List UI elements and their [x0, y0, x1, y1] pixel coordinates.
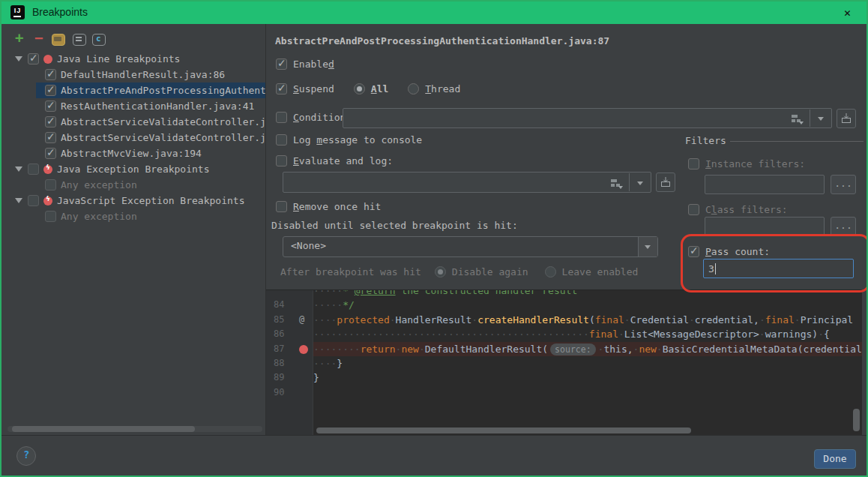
tree-item-checkbox[interactable]	[45, 116, 56, 128]
leave-enabled-label[interactable]: Leave enabled	[562, 266, 639, 278]
history-dropdown-icon[interactable]	[818, 117, 824, 121]
evaluate-expand-button[interactable]	[656, 172, 675, 192]
code-line	[313, 386, 862, 400]
tree-item-label[interactable]: AbstractMvcView.java:194	[61, 148, 202, 159]
window-title: Breakpoints	[32, 6, 88, 18]
tree-group-checkbox[interactable]	[28, 164, 39, 175]
evaluate-input[interactable]	[283, 172, 606, 192]
instance-filters-input[interactable]	[705, 176, 824, 194]
suspend-all-radio[interactable]	[354, 83, 365, 94]
class-filters-input[interactable]	[705, 218, 824, 236]
add-breakpoint-button[interactable]	[13, 32, 28, 46]
code-line: }	[313, 370, 862, 385]
breakpoint-icon[interactable]	[299, 345, 308, 354]
condition-checkbox[interactable]	[276, 112, 287, 123]
tree-item-label[interactable]: AbstractServiceValidateController.java:	[61, 116, 265, 128]
tree-group-label[interactable]: Java Line Breakpoints	[57, 53, 180, 64]
pass-count-label[interactable]: Pass count:	[705, 246, 770, 257]
instance-filters-fieldbox	[705, 175, 825, 194]
tree-item[interactable]: RestAuthenticationHandler.java:41	[3, 98, 265, 114]
titlebar[interactable]: IJ Breakpoints	[1, 2, 867, 24]
condition-expand-button[interactable]	[837, 109, 856, 128]
remove-breakpoint-button[interactable]	[33, 32, 48, 46]
tree-group-checkbox[interactable]	[28, 53, 39, 64]
tree-item[interactable]: Any exception	[3, 208, 265, 224]
tree-item-checkbox[interactable]	[45, 85, 56, 96]
tree-item-label[interactable]: DefaultHandlerResult.java:86	[61, 69, 225, 80]
suspend-all-label[interactable]: All	[371, 83, 388, 94]
leave-enabled-radio[interactable]	[545, 266, 556, 278]
tree-item-checkbox[interactable]	[45, 179, 56, 190]
expander-icon[interactable]	[15, 166, 22, 172]
done-button[interactable]: Done	[814, 449, 856, 469]
tree-item-label[interactable]: AbstractServiceValidateController.java:	[61, 132, 265, 143]
tree-item[interactable]: Any exception	[3, 177, 265, 193]
editor-vscrollbar-thumb[interactable]	[853, 409, 860, 431]
tree-group-js-exception[interactable]: JavaScript Exception Breakpoints	[3, 193, 265, 208]
tree-item-label[interactable]: Any exception	[61, 211, 137, 222]
condition-input[interactable]	[343, 109, 786, 128]
group-by-file-structure-icon[interactable]	[52, 34, 65, 46]
class-filters-checkbox[interactable]	[688, 204, 699, 215]
enabled-checkbox[interactable]	[276, 58, 287, 70]
remove-once-checkbox[interactable]	[276, 201, 287, 212]
condition-row: Condition:	[276, 112, 352, 123]
group-by-file-icon[interactable]	[73, 34, 86, 46]
class-filters-label[interactable]: Class filters:	[705, 204, 788, 215]
suspend-label[interactable]: Suspend	[293, 83, 334, 94]
insert-code-fragment-icon[interactable]	[610, 177, 622, 189]
code-line: ····protected·HandlerResult·createHandle…	[313, 313, 862, 327]
tree-group-label[interactable]: Java Exception Breakpoints	[57, 164, 210, 175]
dialog-footer: Done	[1, 435, 867, 477]
disable-again-radio[interactable]	[435, 266, 446, 278]
insert-code-fragment-icon[interactable]	[791, 112, 803, 124]
tree-item-checkbox[interactable]	[45, 100, 56, 112]
tree-item-checkbox[interactable]	[45, 148, 56, 159]
tree-item-label[interactable]: Any exception	[61, 179, 137, 190]
expander-icon[interactable]	[15, 56, 22, 62]
disabled-until-combobox[interactable]: <None>	[283, 236, 658, 257]
tree-item-checkbox[interactable]	[45, 69, 56, 80]
evaluate-fieldbox	[283, 172, 651, 193]
disable-again-label[interactable]: Disable again	[452, 266, 528, 278]
suspend-thread-radio[interactable]	[408, 83, 419, 94]
line-breakpoint-icon	[43, 55, 52, 64]
editor-hscrollbar-thumb[interactable]	[316, 428, 691, 434]
tree-group-checkbox[interactable]	[28, 195, 39, 206]
combobox-arrow[interactable]	[638, 237, 657, 256]
tree-item-label[interactable]: RestAuthenticationHandler.java:41	[61, 100, 254, 112]
class-filters-browse-button[interactable]: ...	[831, 217, 856, 236]
code-preview: 84 85@ 86 87 88 89 90 ·····* @return the…	[266, 290, 862, 436]
instance-filters-checkbox[interactable]	[688, 158, 699, 170]
tree-item[interactable]: AbstractMvcView.java:194	[3, 146, 265, 161]
evaluate-checkbox[interactable]	[276, 155, 287, 166]
enabled-label[interactable]: Enabled	[293, 58, 334, 70]
tree-item[interactable]: AbstractServiceValidateController.java:	[3, 114, 265, 130]
suspend-checkbox[interactable]	[276, 83, 287, 94]
pass-count-input[interactable]	[704, 260, 853, 278]
tree-group-label[interactable]: JavaScript Exception Breakpoints	[57, 195, 244, 206]
evaluate-label[interactable]: Evaluate and log:	[293, 155, 393, 166]
log-message-checkbox[interactable]	[276, 134, 287, 146]
help-button[interactable]	[16, 446, 36, 466]
tree-item-checkbox[interactable]	[45, 132, 56, 143]
close-icon[interactable]	[841, 4, 858, 21]
history-dropdown-icon[interactable]	[637, 182, 643, 185]
tree-item-label[interactable]: AbstractPreAndPostProcessingAuthenticat	[61, 85, 265, 96]
remove-once-label[interactable]: Remove once hit	[293, 201, 381, 212]
pass-count-checkbox[interactable]	[688, 246, 699, 257]
tree-item[interactable]: AbstractServiceValidateController.java:	[3, 130, 265, 146]
tree-group-java-exception[interactable]: Java Exception Breakpoints	[3, 161, 265, 177]
tree-item-checkbox[interactable]	[45, 211, 56, 222]
disabled-until-label: Disabled until selected breakpoint is hi…	[271, 220, 518, 231]
expander-icon[interactable]	[15, 198, 22, 203]
tree-item[interactable]: DefaultHandlerResult.java:86	[3, 67, 265, 82]
instance-filters-label[interactable]: Instance filters:	[705, 158, 805, 170]
suspend-thread-label[interactable]: Thread	[425, 83, 460, 94]
group-by-class-icon[interactable]	[92, 34, 106, 46]
tree-group-java-line[interactable]: Java Line Breakpoints	[3, 51, 265, 67]
log-message-label[interactable]: Log message to console	[293, 134, 422, 146]
instance-filters-browse-button[interactable]: ...	[831, 175, 856, 194]
tree-hscrollbar-thumb[interactable]	[12, 426, 195, 432]
tree-item-selected[interactable]: AbstractPreAndPostProcessingAuthenticat	[36, 82, 265, 98]
